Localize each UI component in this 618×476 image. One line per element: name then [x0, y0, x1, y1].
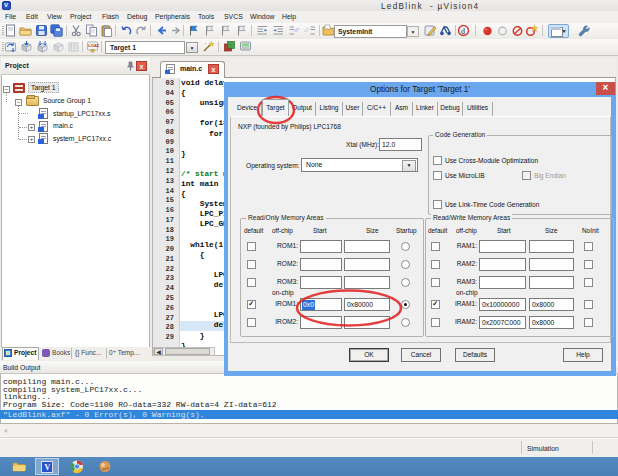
svg-text://: // [294, 26, 300, 34]
svg-text://: // [304, 26, 309, 34]
svg-text:d: d [461, 27, 465, 36]
